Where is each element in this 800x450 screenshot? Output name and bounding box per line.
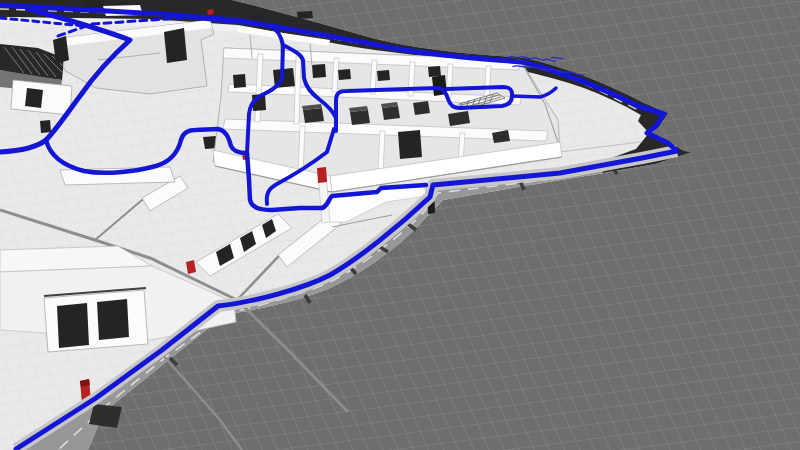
desk <box>413 101 430 115</box>
doorway <box>398 130 422 159</box>
doorway <box>428 66 441 77</box>
doorway <box>164 28 187 63</box>
dark-window <box>57 303 89 348</box>
hut-doorway <box>25 88 43 108</box>
desk <box>350 110 370 125</box>
doorway <box>233 74 246 88</box>
fire-extinguisher <box>317 167 327 183</box>
red-marker <box>207 9 214 15</box>
map-render <box>0 0 800 450</box>
doorway <box>40 120 51 133</box>
small-white-hut <box>11 80 72 115</box>
dark-window <box>97 299 129 340</box>
desk <box>382 106 400 120</box>
doorway <box>312 64 326 78</box>
doorway <box>377 70 390 81</box>
crate-dark <box>250 14 263 21</box>
desk <box>303 108 324 123</box>
viewport-3d[interactable] <box>0 0 800 450</box>
doorway <box>338 69 351 80</box>
crate-dark <box>297 11 313 19</box>
road-dark-patch <box>89 404 122 428</box>
